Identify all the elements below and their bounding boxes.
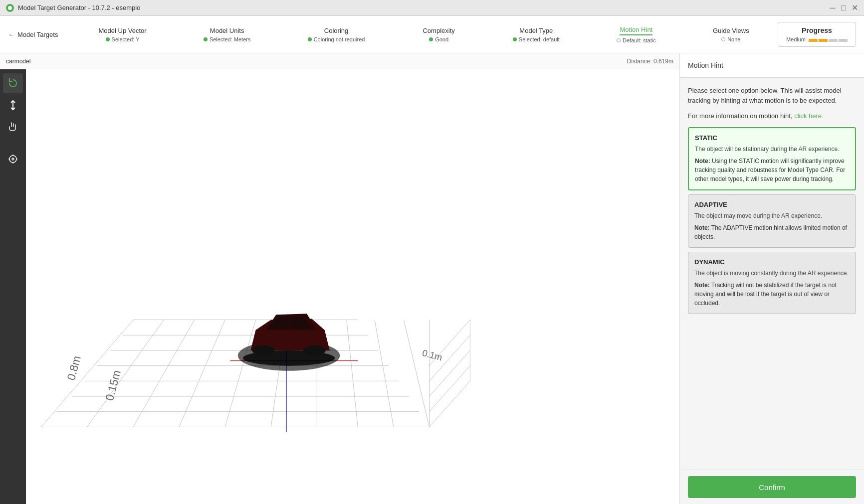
header-nav: ← Model Targets Model Up Vector Selected… <box>0 16 864 53</box>
svg-text:0.1m: 0.1m <box>421 347 443 363</box>
nav-item-coloring[interactable]: Coloring Coloring not required <box>300 23 373 46</box>
svg-line-20 <box>225 320 255 427</box>
motion-option-dynamic-title: DYNAMIC <box>694 258 850 266</box>
status-dot-motion-hint <box>617 38 621 42</box>
target-tool[interactable] <box>3 149 23 169</box>
motion-option-static-desc: The object will be stationary during the… <box>695 145 849 154</box>
svg-line-18 <box>133 320 195 427</box>
viewport-area: carmodel Distance: 0.619m <box>0 53 679 504</box>
rotate-tool[interactable] <box>3 73 23 93</box>
status-text-guide-views: None <box>727 36 740 42</box>
nav-label-complexity: Complexity <box>423 27 454 34</box>
click-here-link[interactable]: click here. <box>794 112 824 120</box>
nav-label-motion-hint: Motion Hint <box>620 26 652 35</box>
minimize-button[interactable]: ─ <box>829 4 836 11</box>
status-dot-model-units <box>204 37 208 41</box>
status-dot-complexity <box>429 37 433 41</box>
nav-item-guide-views[interactable]: Guide Views None <box>705 23 757 46</box>
status-text-model-type: Selected: default <box>519 36 560 42</box>
motion-option-static-note: Note: Using the STATIC motion will signi… <box>695 157 849 183</box>
panel-body: Please select one option below. This wil… <box>680 78 864 470</box>
svg-point-2 <box>9 156 16 163</box>
motion-option-static[interactable]: STATIC The object will be stationary dur… <box>688 127 856 190</box>
canvas-3d[interactable]: 0.15m 0.8m 0.1m <box>26 69 679 504</box>
titlebar: Model Target Generator - 10.7.2 - esempi… <box>0 0 864 16</box>
nav-item-complexity[interactable]: Complexity Good <box>414 23 464 46</box>
side-tools <box>0 69 26 504</box>
svg-point-41 <box>303 345 326 355</box>
nav-item-model-type[interactable]: Model Type Selected: default <box>505 23 568 46</box>
status-text-motion-hint: Default: static <box>623 37 656 43</box>
status-dot-model-type <box>513 37 517 41</box>
progress-bar-4 <box>839 39 848 42</box>
nav-status-motion-hint: Default: static <box>617 37 656 43</box>
app-icon <box>6 4 14 12</box>
nav-status-model-type: Selected: default <box>513 36 560 42</box>
nav-status-coloring: Coloring not required <box>308 36 365 42</box>
nav-label-guide-views: Guide Views <box>713 27 749 34</box>
nav-item-model-units[interactable]: Model Units Selected: Meters <box>196 23 259 46</box>
progress-bar-3 <box>829 39 838 42</box>
status-text-model-units: Selected: Meters <box>210 36 251 42</box>
svg-line-23 <box>347 320 358 427</box>
status-dot-model-up-vector <box>106 37 110 41</box>
move-vertical-tool[interactable] <box>3 95 23 115</box>
motion-option-dynamic-desc: The object is moving constantly during t… <box>694 269 850 278</box>
svg-line-17 <box>87 320 164 427</box>
motion-option-adaptive[interactable]: ADAPTIVE The object may move during the … <box>688 194 856 248</box>
nav-label-coloring: Coloring <box>324 27 348 34</box>
nav-status-complexity: Good <box>429 36 448 42</box>
progress-bars <box>809 39 848 42</box>
svg-point-3 <box>12 158 14 160</box>
nav-status-model-units: Selected: Meters <box>204 36 251 42</box>
status-dot-guide-views <box>721 37 725 41</box>
confirm-button[interactable]: Confirm <box>688 476 856 498</box>
svg-line-25 <box>404 320 429 427</box>
svg-line-28 <box>430 366 470 412</box>
panel-header: Motion Hint <box>680 53 864 78</box>
pan-tool[interactable] <box>3 117 23 137</box>
close-button[interactable]: ✕ <box>851 4 858 11</box>
back-button[interactable]: ← Model Targets <box>8 31 58 38</box>
svg-point-40 <box>252 345 274 355</box>
nav-item-motion-hint[interactable]: Motion Hint Default: static <box>609 22 664 47</box>
motion-option-dynamic-note: Note: Tracking will not be stabilized if… <box>694 281 850 308</box>
nav-item-model-up-vector[interactable]: Model Up Vector Selected: Y <box>91 23 155 46</box>
nav-status-guide-views: None <box>721 36 740 42</box>
svg-text:0.8m: 0.8m <box>65 354 83 382</box>
motion-option-dynamic[interactable]: DYNAMIC The object is moving constantly … <box>688 252 856 314</box>
motion-option-static-title: STATIC <box>695 134 849 142</box>
maximize-button[interactable]: □ <box>840 4 847 11</box>
progress-sublabel: Medium <box>786 36 806 42</box>
motion-option-adaptive-desc: The object may move during the AR experi… <box>694 211 850 220</box>
distance-label: Distance: 0.619m <box>627 58 673 65</box>
right-panel: Motion Hint Please select one option bel… <box>679 53 864 504</box>
model-name: carmodel <box>6 58 30 65</box>
main-area: carmodel Distance: 0.619m <box>0 53 864 504</box>
nav-item-progress[interactable]: Progress Medium <box>778 22 856 47</box>
status-text-model-up-vector: Selected: Y <box>112 36 140 42</box>
progress-label: Progress <box>802 26 832 34</box>
svg-point-0 <box>8 6 12 10</box>
nav-status-model-up-vector: Selected: Y <box>106 36 140 42</box>
nav-label-model-up-vector: Model Up Vector <box>99 27 147 34</box>
back-arrow-icon: ← <box>8 31 14 38</box>
svg-line-19 <box>179 320 225 427</box>
motion-option-adaptive-note: Note: The ADAPTIVE motion hint allows li… <box>694 223 850 241</box>
svg-text:0.15m: 0.15m <box>103 369 123 402</box>
status-text-coloring: Coloring not required <box>314 36 365 42</box>
panel-footer: Confirm <box>680 470 864 504</box>
progress-bar-2 <box>819 39 828 42</box>
panel-title: Motion Hint <box>688 61 723 69</box>
panel-intro-2: For more information on motion hint, cli… <box>688 111 856 121</box>
status-text-complexity: Good <box>435 36 448 42</box>
svg-line-27 <box>430 381 470 427</box>
nav-label-model-units: Model Units <box>210 27 244 34</box>
motion-option-adaptive-title: ADAPTIVE <box>694 201 850 208</box>
viewport-content: 0.15m 0.8m 0.1m <box>0 69 679 504</box>
viewport-toolbar: carmodel Distance: 0.619m <box>0 53 679 69</box>
app-title: Model Target Generator - 10.7.2 - esempi… <box>18 4 829 11</box>
nav-label-model-type: Model Type <box>519 27 553 34</box>
progress-bar-1 <box>809 39 818 42</box>
nav-items: Model Up Vector Selected: Y Model Units … <box>70 22 777 47</box>
